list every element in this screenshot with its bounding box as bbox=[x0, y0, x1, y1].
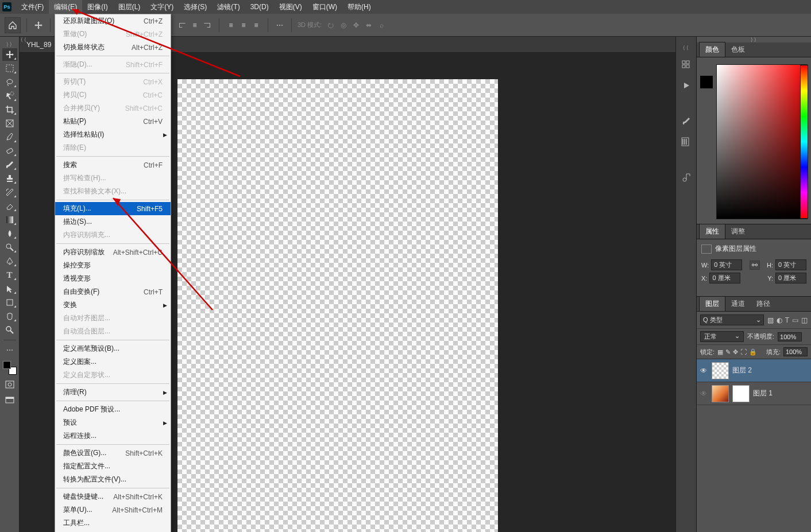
menuitem-shortcuts[interactable]: 键盘快捷键...Alt+Shift+Ctrl+K bbox=[55, 490, 171, 503]
history-panel-icon[interactable] bbox=[680, 59, 693, 71]
color-swatches[interactable] bbox=[3, 361, 17, 375]
align-right-icon[interactable]: ⫎ bbox=[202, 20, 213, 31]
opacity-field[interactable]: 100% bbox=[778, 332, 802, 341]
menu-type[interactable]: 文字(Y) bbox=[145, 0, 179, 14]
crop-tool[interactable] bbox=[2, 103, 17, 116]
tab-properties[interactable]: 属性 bbox=[699, 224, 725, 239]
blur-tool[interactable] bbox=[2, 227, 17, 240]
more-align-icon[interactable]: ⋯ bbox=[274, 20, 285, 31]
layer-name[interactable]: 图层 1 bbox=[753, 389, 773, 398]
menuitem-puppet-warp[interactable]: 操控变形 bbox=[55, 259, 171, 272]
menu-file[interactable]: 文件(F) bbox=[16, 0, 49, 14]
stamp-tool[interactable] bbox=[2, 172, 17, 185]
tab-adjustments[interactable]: 调整 bbox=[725, 224, 751, 239]
distribute-bottom-icon[interactable]: ≡ bbox=[250, 20, 262, 31]
visibility-toggle[interactable]: 👁 bbox=[699, 390, 708, 398]
menuitem-toggle-state[interactable]: 切换最终状态Alt+Ctrl+Z bbox=[55, 41, 171, 54]
filter-smart-icon[interactable]: ◫ bbox=[801, 316, 808, 324]
layer-thumbnail[interactable] bbox=[712, 385, 729, 402]
menuitem-transform[interactable]: 变换 bbox=[55, 298, 171, 312]
mask-thumbnail[interactable] bbox=[732, 385, 750, 402]
menuitem-perspective-warp[interactable]: 透视变形 bbox=[55, 272, 171, 285]
layer-thumbnail[interactable] bbox=[712, 362, 729, 379]
menuitem-toolbar[interactable]: 工具栏... bbox=[55, 517, 171, 530]
brush-tool[interactable] bbox=[2, 158, 17, 171]
visibility-toggle[interactable]: 👁 bbox=[699, 367, 708, 375]
align-left-icon[interactable]: ⫍ bbox=[176, 20, 188, 31]
menuitem-fill[interactable]: 填充(L)...Shift+F5 bbox=[55, 202, 171, 215]
menuitem-search[interactable]: 搜索Ctrl+F bbox=[55, 158, 171, 172]
play-panel-icon[interactable] bbox=[680, 79, 693, 92]
menu-3d[interactable]: 3D(D) bbox=[245, 1, 274, 13]
filter-adjust-icon[interactable]: ◐ bbox=[777, 316, 782, 324]
quick-select-tool[interactable] bbox=[2, 90, 17, 102]
menuitem-purge[interactable]: 清理(R) bbox=[55, 386, 171, 399]
menuitem-define-pattern[interactable]: 定义图案... bbox=[55, 355, 171, 368]
tools-collapse-handle[interactable]: ⟩⟩ bbox=[6, 41, 13, 47]
y-field[interactable]: 0 厘米 bbox=[775, 273, 806, 284]
tab-color[interactable]: 颜色 bbox=[699, 42, 725, 57]
menu-image[interactable]: 图像(I) bbox=[82, 0, 113, 14]
filter-shape-icon[interactable]: ▭ bbox=[792, 316, 798, 324]
screenmode-icon[interactable] bbox=[2, 394, 17, 407]
edit-toolbar-icon[interactable]: ⋯ bbox=[2, 344, 17, 356]
filter-pixel-icon[interactable]: ▧ bbox=[767, 316, 774, 324]
menuitem-content-scale[interactable]: 内容识别缩放Alt+Shift+Ctrl+C bbox=[55, 246, 171, 259]
document-tab[interactable]: YHL_89 bbox=[26, 41, 51, 49]
layer-kind-select[interactable]: Q 类型⌄ bbox=[700, 314, 764, 325]
lock-nest-icon[interactable]: ⛶ bbox=[740, 348, 747, 356]
menu-window[interactable]: 窗口(W) bbox=[307, 0, 342, 14]
menuitem-presets[interactable]: 预设 bbox=[55, 416, 171, 429]
menuitem-define-brush[interactable]: 定义画笔预设(B)... bbox=[55, 342, 171, 355]
quickmask-icon[interactable] bbox=[2, 378, 17, 391]
menuitem-color-settings[interactable]: 颜色设置(G)...Shift+Ctrl+K bbox=[55, 446, 171, 460]
layer-row[interactable]: 👁 图层 2 bbox=[697, 359, 811, 382]
tab-layers[interactable]: 图层 bbox=[699, 296, 725, 311]
type-tool[interactable]: T bbox=[2, 269, 17, 281]
menuitem-pdf-presets[interactable]: Adobe PDF 预设... bbox=[55, 403, 171, 416]
w-field[interactable]: 0 英寸 bbox=[711, 259, 742, 270]
menu-view[interactable]: 视图(V) bbox=[274, 0, 307, 14]
home-button[interactable] bbox=[5, 17, 21, 33]
strip-collapse-handle[interactable]: ⟨⟨ bbox=[683, 45, 690, 51]
lock-paint-icon[interactable]: ✎ bbox=[725, 348, 731, 356]
distribute-vcenter-icon[interactable]: ≡ bbox=[238, 20, 249, 31]
lock-trans-icon[interactable]: ▦ bbox=[717, 348, 723, 356]
menuitem-preferences[interactable]: 首选项(N) bbox=[55, 530, 171, 532]
menu-help[interactable]: 帮助(H) bbox=[342, 0, 376, 14]
color-field[interactable] bbox=[716, 64, 808, 219]
menuitem-undo[interactable]: 还原新建图层(O)Ctrl+Z bbox=[55, 14, 171, 28]
foreground-swatch[interactable] bbox=[700, 76, 713, 88]
move-tool[interactable] bbox=[2, 48, 17, 61]
menuitem-convert-profile[interactable]: 转换为配置文件(V)... bbox=[55, 473, 171, 486]
hue-slider[interactable] bbox=[800, 65, 808, 219]
lasso-tool[interactable] bbox=[2, 76, 17, 88]
gradient-tool[interactable] bbox=[2, 213, 17, 226]
frame-tool[interactable] bbox=[2, 117, 17, 130]
link-wh-icon[interactable]: ⚯ bbox=[750, 261, 760, 270]
filter-kind-icons[interactable]: ▧ ◐ T ▭ ◫ bbox=[767, 316, 808, 324]
eraser-tool[interactable] bbox=[2, 200, 17, 212]
heal-tool[interactable] bbox=[2, 145, 17, 157]
menuitem-remote[interactable]: 远程连接... bbox=[55, 429, 171, 442]
x-field[interactable]: 0 厘米 bbox=[709, 273, 740, 284]
menuitem-menus[interactable]: 菜单(U)...Alt+Shift+Ctrl+M bbox=[55, 503, 171, 517]
shape-tool[interactable] bbox=[2, 296, 17, 309]
menuitem-paste-special[interactable]: 选择性粘贴(I) bbox=[55, 128, 171, 141]
pen-tool[interactable] bbox=[2, 255, 17, 267]
lock-all-icon[interactable]: 🔒 bbox=[749, 348, 757, 356]
lock-pos-icon[interactable]: ✥ bbox=[733, 348, 738, 356]
menuitem-assign-profile[interactable]: 指定配置文件... bbox=[55, 460, 171, 473]
doc-collapse-handle[interactable]: ⟨⟨ bbox=[21, 37, 28, 42]
brush-panel-icon[interactable] bbox=[680, 115, 693, 127]
marquee-tool[interactable] bbox=[2, 62, 17, 75]
menuitem-free-transform[interactable]: 自由变换(F)Ctrl+T bbox=[55, 285, 171, 298]
layer-name[interactable]: 图层 2 bbox=[732, 366, 752, 375]
menuitem-stroke[interactable]: 描边(S)... bbox=[55, 215, 171, 228]
layer-row[interactable]: 👁 图层 1 bbox=[697, 382, 811, 405]
h-field[interactable]: 0 英寸 bbox=[775, 259, 806, 270]
dodge-tool[interactable] bbox=[2, 241, 17, 254]
tab-paths[interactable]: 路径 bbox=[751, 297, 776, 311]
filter-type-icon[interactable]: T bbox=[785, 316, 789, 324]
tab-swatches[interactable]: 色板 bbox=[725, 42, 751, 57]
